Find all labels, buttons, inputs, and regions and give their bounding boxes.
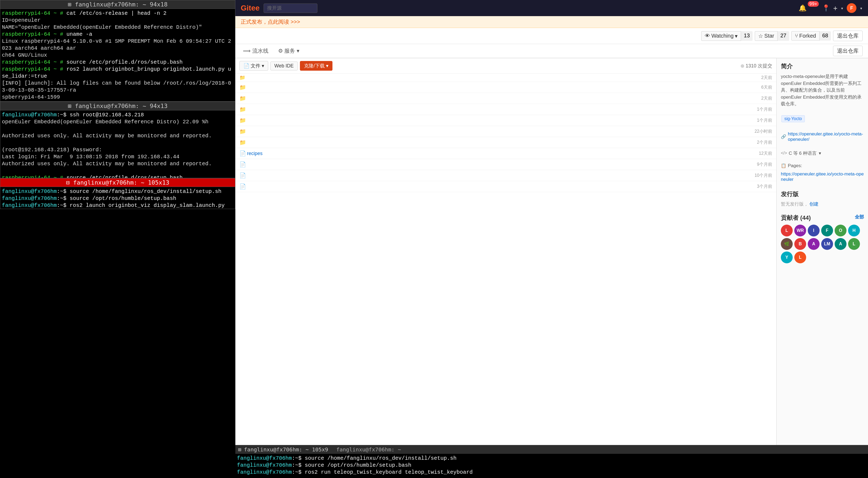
- gitee-logo[interactable]: Gitee: [241, 4, 259, 12]
- bottom-terminal-strip: ⊞ fanglinxu@fx706hm: ~ 105x9 fanglinxu@f…: [235, 445, 868, 478]
- terminal-pane-3[interactable]: ⊟ fanglinxu@fx706hm: ~ 105x13 fanglinxu@…: [0, 178, 235, 209]
- contributor-avatar[interactable]: 🌿: [781, 238, 793, 250]
- fork-button[interactable]: ⑂ Forked: [791, 31, 819, 41]
- nav-service[interactable]: ⚙ 服务 ▾: [276, 44, 302, 58]
- file-time-8: 12天前: [697, 151, 772, 157]
- file-toolbar: 📄 文件 ▾ Web IDE 克隆/下载 ▾ ⊙ 1310 次提交: [235, 58, 776, 74]
- contributor-avatar[interactable]: A: [835, 238, 846, 250]
- avatar-dropdown[interactable]: ▾: [860, 5, 863, 11]
- terminal-titlebar-3: ⊟ fanglinxu@fx706hm: ~ 105x13: [0, 178, 235, 187]
- watch-button[interactable]: 👁 Watching ▾: [701, 31, 741, 41]
- pages-icon: 📋: [781, 163, 786, 168]
- terminal-title-3: fanglinxu@fx706hm: ~ 105x13: [73, 179, 169, 186]
- terminal-body-1[interactable]: raspberrypi4-64 ~ # cat /etc/os-release …: [0, 9, 235, 101]
- file-row[interactable]: 📁 2天前: [235, 74, 776, 82]
- terminal-title-2: fanglinxu@fx706hm: ~ 94x13: [75, 103, 167, 109]
- location-icon[interactable]: 📍: [822, 4, 830, 12]
- create-release-link[interactable]: 创建: [809, 202, 818, 207]
- link-icon: 🔗: [781, 134, 786, 139]
- star-count[interactable]: 27: [777, 31, 789, 41]
- contributor-avatar[interactable]: B: [794, 238, 806, 250]
- terminal-pane-2[interactable]: ⊞ fanglinxu@fx706hm: ~ 94x13 fanglinxu@f…: [0, 102, 235, 178]
- contributor-avatar[interactable]: F: [821, 225, 833, 236]
- search-input[interactable]: [264, 3, 317, 13]
- repo-link[interactable]: https://openeuler.gitee.io/yocto-meta-op…: [788, 131, 864, 142]
- repo-nav: ⟹ 流水线 ⚙ 服务 ▾ 退出仓库: [235, 44, 868, 58]
- contributor-avatar[interactable]: A: [808, 238, 819, 250]
- file-row[interactable]: 📁 1个月前: [235, 104, 776, 115]
- file-row[interactable]: 📁 6天前: [235, 82, 776, 93]
- contributor-avatar[interactable]: LM: [821, 238, 833, 250]
- bottom-terminal-title: fanglinxu@fx706hm: ~ 105x9: [244, 446, 328, 453]
- fork-count[interactable]: 68: [819, 31, 831, 41]
- intro-desc: yocto-meta-openeuler是用于构建openEuler Embed…: [781, 73, 864, 107]
- nav-pipeline[interactable]: ⟹ 流水线: [241, 44, 271, 58]
- terminal-pane-1[interactable]: ⊞ fanglinxu@fx706hm: ~ 94x18 raspberrypi…: [0, 0, 235, 102]
- clone-label: 克隆/下载: [304, 63, 325, 69]
- contributor-avatar[interactable]: I: [808, 225, 819, 236]
- tags-section: sig-Yocto: [781, 114, 864, 123]
- contrib-all-link[interactable]: 全部: [855, 214, 864, 222]
- contributor-avatar[interactable]: L: [794, 251, 806, 263]
- navbar-icons: 🔔 99+ 📍 + ▾ F ▾: [799, 3, 863, 13]
- watch-count[interactable]: 13: [741, 31, 752, 41]
- pages-section: 📋 Pages: https://openeuler.gitee.io/yoct…: [781, 163, 864, 183]
- add-dropdown[interactable]: ▾: [841, 5, 843, 11]
- file-time-11: 3个月前: [697, 184, 772, 190]
- exit-repo-button[interactable]: 退出仓库: [833, 31, 863, 41]
- contributor-avatar[interactable]: L: [848, 238, 860, 250]
- file-row[interactable]: 📁 22小时前: [235, 126, 776, 137]
- bottom-terminal-body[interactable]: fanglinxu@fx706hm:~$ source /home/fangli…: [235, 454, 868, 478]
- file-time-6: 22小时前: [697, 129, 772, 134]
- file-time-7: 2个月前: [697, 140, 772, 145]
- contributor-avatar[interactable]: L: [781, 225, 793, 236]
- file-row[interactable]: 📄 3个月前: [235, 181, 776, 192]
- bell-icon[interactable]: 🔔: [799, 4, 807, 12]
- service-icon: ⚙: [278, 48, 283, 54]
- commit-count: ⊙ 1310 次提交: [741, 63, 772, 69]
- contributor-avatar[interactable]: H: [848, 225, 860, 236]
- eye-icon: 👁: [705, 33, 710, 39]
- exit-button-nav[interactable]: 退出仓库: [833, 46, 863, 56]
- contributor-avatar[interactable]: WR: [794, 225, 806, 236]
- fork-icon: ⑂: [795, 33, 798, 39]
- repo-header: 👁 Watching ▾ 13 ☆ Star 27 ⑂ Forked: [235, 28, 868, 44]
- lang-section: </> C 等 6 种语言 ▾: [781, 150, 864, 157]
- file-time: 2天前: [697, 75, 772, 80]
- star-button[interactable]: ☆ Star: [755, 31, 778, 41]
- lang-label: C 等 6 种语言: [789, 150, 817, 157]
- announcement-bar[interactable]: 正式发布，点此阅读 >>>: [235, 16, 868, 28]
- bottom-titlebar: ⊞ fanglinxu@fx706hm: ~ 105x9 fanglinxu@f…: [235, 445, 868, 454]
- user-avatar[interactable]: F: [847, 3, 857, 13]
- file-btn-label: 文件: [251, 63, 260, 69]
- file-row[interactable]: 📄 9个月前: [235, 159, 776, 170]
- file-name-8[interactable]: recipes: [247, 151, 397, 157]
- terminal-body-3[interactable]: fanglinxu@fx706hm:~$ source /home/fangli…: [0, 187, 235, 209]
- file-row[interactable]: 📄 recipes 12天前: [235, 148, 776, 159]
- file-chevron-icon: ▾: [262, 63, 264, 69]
- file-row[interactable]: 📁 2个月前: [235, 137, 776, 148]
- terminal-body-2[interactable]: fanglinxu@fx706hm:~$ ssh root@192.168.43…: [0, 110, 235, 178]
- bottom-terminal-parent-title: fanglinxu@fx706hm: ~: [336, 446, 401, 453]
- webide-button[interactable]: Web IDE: [270, 62, 298, 70]
- terminal-icon-2: ⊞: [68, 103, 71, 109]
- lang-text[interactable]: C 等 6 种语言 ▾: [789, 150, 821, 157]
- contributor-avatar[interactable]: Y: [781, 251, 793, 263]
- main-content: 📄 文件 ▾ Web IDE 克隆/下载 ▾ ⊙ 1310 次提交: [235, 58, 868, 478]
- pages-link[interactable]: https://openeuler.gitee.io/yocto-meta-op…: [781, 171, 864, 182]
- file-row[interactable]: 📁 2天前: [235, 93, 776, 104]
- pages-label: Pages:: [788, 163, 802, 168]
- contrib-avatars: L WR I F O H 🌿 B A LM A L Y L: [781, 225, 864, 263]
- contrib-section: 贡献者 (44) 全部 L WR I F O H 🌿 B A LM A L Y: [781, 214, 864, 263]
- clone-button[interactable]: 克隆/下载 ▾: [300, 61, 333, 71]
- file-dropdown-button[interactable]: 📄 文件 ▾: [239, 61, 268, 71]
- contributor-avatar[interactable]: O: [835, 225, 846, 236]
- tag-sig-yocto[interactable]: sig-Yocto: [781, 115, 805, 122]
- file-row[interactable]: 📁 1个月前: [235, 115, 776, 126]
- add-button[interactable]: +: [833, 4, 838, 12]
- pipeline-icon: ⟹: [243, 48, 251, 54]
- intro-section: 简介 yocto-meta-openeuler是用于构建openEuler Em…: [781, 62, 864, 107]
- terminal-icon-1: ⊞: [68, 1, 71, 8]
- file-row[interactable]: 📄 10个月前: [235, 170, 776, 181]
- contrib-title-text: 贡献者 (44): [781, 214, 811, 222]
